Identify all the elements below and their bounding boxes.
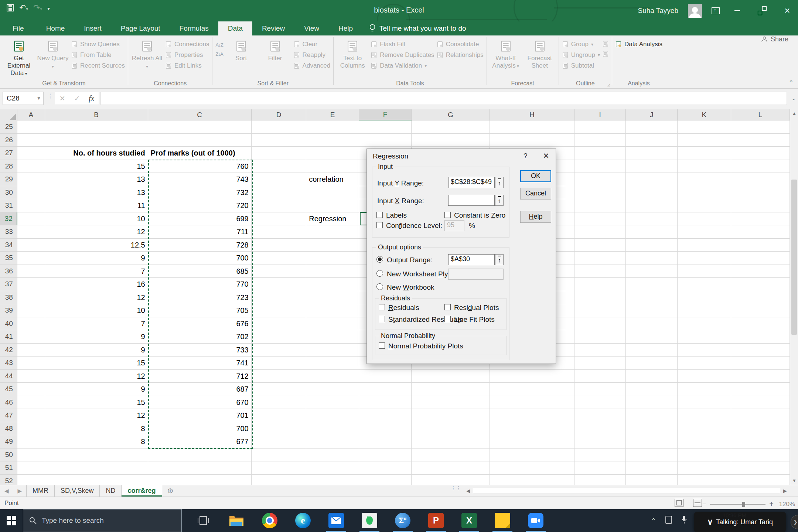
cell-L39[interactable] xyxy=(731,304,790,317)
cell-L41[interactable] xyxy=(731,330,790,344)
share-button[interactable]: Share xyxy=(761,35,788,43)
cell-E33[interactable] xyxy=(306,225,359,239)
cell-C29[interactable]: 743 xyxy=(148,173,252,186)
new-worksheet-ply-field[interactable] xyxy=(448,269,504,280)
cell-L34[interactable] xyxy=(731,239,790,252)
cell-D45[interactable] xyxy=(252,383,307,396)
cell-I36[interactable] xyxy=(574,265,626,278)
cell-C52[interactable] xyxy=(148,475,252,485)
column-header-A[interactable]: A xyxy=(17,109,45,120)
cell-E28[interactable] xyxy=(306,160,359,173)
cell-A42[interactable] xyxy=(17,344,45,357)
cell-F25[interactable] xyxy=(359,120,412,134)
cell-K43[interactable] xyxy=(678,357,731,370)
cell-B49[interactable]: 8 xyxy=(45,435,148,449)
excel-button[interactable]: X xyxy=(453,509,486,532)
cell-A41[interactable] xyxy=(17,330,45,344)
cell-J34[interactable] xyxy=(626,239,678,252)
tab-help[interactable]: Help xyxy=(329,21,362,35)
cell-F45[interactable] xyxy=(359,383,412,396)
cell-C41[interactable]: 702 xyxy=(148,330,252,344)
cell-E50[interactable] xyxy=(306,449,359,462)
cell-D36[interactable] xyxy=(252,265,307,278)
cell-E30[interactable] xyxy=(306,186,359,200)
cell-B32[interactable]: 10 xyxy=(45,212,148,226)
cell-C51[interactable] xyxy=(148,461,252,475)
cell-A31[interactable] xyxy=(17,199,45,212)
cell-L25[interactable] xyxy=(731,120,790,134)
cell-A29[interactable] xyxy=(17,173,45,186)
column-header-H[interactable]: H xyxy=(490,109,574,120)
cell-H51[interactable] xyxy=(490,461,574,475)
cell-E45[interactable] xyxy=(306,383,359,396)
row-header-36[interactable]: 36 xyxy=(0,265,17,278)
cell-C35[interactable]: 700 xyxy=(148,252,252,265)
output-range-picker-icon[interactable]: ↑ xyxy=(495,254,504,265)
cell-G25[interactable] xyxy=(412,120,490,134)
cell-E27[interactable] xyxy=(306,147,359,160)
cell-B42[interactable]: 9 xyxy=(45,344,148,357)
cell-E32[interactable]: Regression xyxy=(306,212,359,226)
cell-I27[interactable] xyxy=(574,147,626,160)
cell-A28[interactable] xyxy=(17,160,45,173)
sticky-notes-button[interactable] xyxy=(486,509,519,532)
cell-J50[interactable] xyxy=(626,449,678,462)
cell-J49[interactable] xyxy=(626,435,678,449)
cell-K50[interactable] xyxy=(678,449,731,462)
cell-D44[interactable] xyxy=(252,370,307,383)
cell-L43[interactable] xyxy=(731,357,790,370)
name-box[interactable]: C28▼ xyxy=(3,92,44,105)
cell-E29[interactable]: correlation xyxy=(306,173,359,186)
cell-A33[interactable] xyxy=(17,225,45,239)
column-header-J[interactable]: J xyxy=(626,109,678,120)
row-header-32[interactable]: 32 xyxy=(0,212,17,226)
sort-button[interactable]: Sort xyxy=(225,38,257,62)
group-button[interactable]: Group▾ xyxy=(562,41,600,48)
cell-I41[interactable] xyxy=(574,330,626,344)
cell-B41[interactable]: 9 xyxy=(45,330,148,344)
powerpoint-button[interactable]: P xyxy=(419,509,453,532)
row-header-37[interactable]: 37 xyxy=(0,278,17,291)
cell-I49[interactable] xyxy=(574,435,626,449)
cell-E47[interactable] xyxy=(306,409,359,422)
cell-L30[interactable] xyxy=(731,186,790,200)
cell-J28[interactable] xyxy=(626,160,678,173)
cell-B33[interactable]: 12 xyxy=(45,225,148,239)
cell-B31[interactable]: 11 xyxy=(45,199,148,212)
cell-A44[interactable] xyxy=(17,370,45,383)
cell-L42[interactable] xyxy=(731,344,790,357)
cell-F26[interactable] xyxy=(359,134,412,147)
sheet-tab-corr-reg[interactable]: corr&reg xyxy=(122,485,162,497)
cell-J25[interactable] xyxy=(626,120,678,134)
sort-ascending-icon[interactable]: A↓Z xyxy=(215,42,223,48)
cell-H52[interactable] xyxy=(490,475,574,485)
edit-links-button[interactable]: Edit Links xyxy=(165,62,209,69)
cell-J44[interactable] xyxy=(626,370,678,383)
cell-D51[interactable] xyxy=(252,461,307,475)
cell-F50[interactable] xyxy=(359,449,412,462)
cell-K36[interactable] xyxy=(678,265,731,278)
row-header-34[interactable]: 34 xyxy=(0,239,17,252)
cell-C25[interactable] xyxy=(148,120,252,134)
tab-formulas[interactable]: Formulas xyxy=(170,21,218,35)
cell-E49[interactable] xyxy=(306,435,359,449)
filter-button[interactable]: Filter xyxy=(259,38,291,62)
cell-E41[interactable] xyxy=(306,330,359,344)
cell-A50[interactable] xyxy=(17,449,45,462)
cell-A36[interactable] xyxy=(17,265,45,278)
cell-L26[interactable] xyxy=(731,134,790,147)
cell-I35[interactable] xyxy=(574,252,626,265)
cell-E35[interactable] xyxy=(306,252,359,265)
text-to-columns-button[interactable]: Text to Columns xyxy=(337,38,368,69)
cell-K28[interactable] xyxy=(678,160,731,173)
cell-I44[interactable] xyxy=(574,370,626,383)
cell-G44[interactable] xyxy=(412,370,490,383)
cell-H25[interactable] xyxy=(490,120,574,134)
cell-A35[interactable] xyxy=(17,252,45,265)
cell-A37[interactable] xyxy=(17,278,45,291)
tab-data[interactable]: Data xyxy=(218,21,252,35)
cell-A26[interactable] xyxy=(17,134,45,147)
cell-J30[interactable] xyxy=(626,186,678,200)
new-workbook-radio[interactable] xyxy=(376,283,383,290)
chrome-button[interactable] xyxy=(253,509,286,532)
